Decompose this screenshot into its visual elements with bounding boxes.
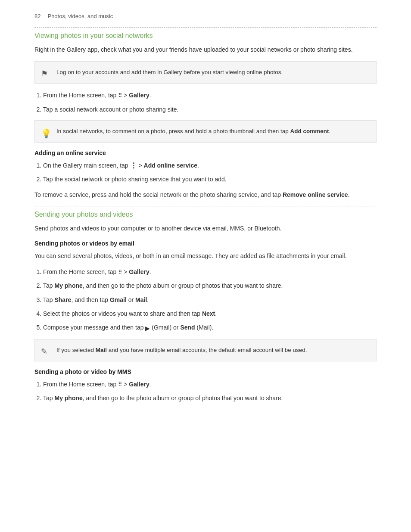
grid-icon: ⠿: [118, 268, 122, 277]
share-label: Share: [54, 296, 71, 303]
gallery-label: Gallery: [129, 92, 149, 99]
section1-note-box: ⚑ Log on to your accounts and add them i…: [34, 61, 377, 84]
list-item: Select the photos or videos you want to …: [43, 309, 377, 318]
list-item: Compose your message and then tap ▶ (Gma…: [43, 323, 377, 333]
list-item: Tap a social network account or photo sh…: [43, 105, 377, 114]
subsection-mms-title: Sending a photo or video by MMS: [34, 368, 377, 375]
subsection-email: Sending photos or videos by email You ca…: [34, 240, 377, 361]
list-item: From the Home screen, tap ⠿ > Gallery.: [43, 380, 377, 389]
page-label: Photos, videos, and music: [47, 13, 113, 19]
email-steps-list: From the Home screen, tap ⠿ > Gallery. T…: [43, 267, 377, 333]
list-item: From the Home screen, tap ⠿ > Gallery.: [43, 267, 377, 277]
add-online-service-label: Add online service: [144, 162, 197, 169]
next-label: Next: [202, 310, 215, 317]
page-number: 82: [34, 13, 40, 19]
lightbulb-icon: 💡: [41, 127, 52, 140]
section1-intro: Right in the Gallery app, check what you…: [34, 45, 377, 54]
section1-note-text: Log on to your accounts and add them in …: [56, 69, 283, 75]
section2-intro: Send photos and videos to your computer …: [34, 224, 377, 233]
list-item: Tap the social network or photo sharing …: [43, 174, 377, 184]
list-item: On the Gallery main screen, tap ⋮ > Add …: [43, 161, 377, 170]
pencil-icon: ✎: [41, 345, 47, 358]
section1-tip-box: 💡 In social networks, to comment on a ph…: [34, 120, 377, 143]
email-note-text: If you selected Mail and you have multip…: [56, 347, 307, 353]
grid-icon: ⠿: [118, 380, 122, 389]
grid-icon: ⠿: [118, 91, 122, 100]
list-item: Tap My phone, and then go to the photo a…: [43, 393, 377, 403]
subsection-mms: Sending a photo or video by MMS From the…: [34, 368, 377, 403]
gallery-label2: Gallery: [129, 268, 149, 275]
page-header: 82 Photos, videos, and music: [34, 13, 377, 19]
flag-icon: ⚑: [41, 68, 48, 80]
remove-online-service-label: Remove online service: [283, 191, 348, 198]
subsection-adding-title: Adding an online service: [34, 149, 377, 156]
remove-service-text: To remove a service, press and hold the …: [34, 190, 377, 199]
section1-title: Viewing photos in your social networks: [34, 32, 377, 40]
adding-service-steps: On the Gallery main screen, tap ⋮ > Add …: [43, 161, 377, 184]
list-item: From the Home screen, tap ⠿ > Gallery.: [43, 90, 377, 100]
section2-divider: [34, 206, 377, 206]
my-phone-label2: My phone: [54, 395, 82, 401]
section1-divider: [34, 27, 377, 28]
section1-steps-list: From the Home screen, tap ⠿ > Gallery. T…: [43, 90, 377, 114]
menu-dots-icon: ⋮: [130, 162, 137, 169]
send-arrow-icon: ▶: [145, 324, 150, 333]
send-label: Send: [180, 324, 195, 331]
email-body-text: You can send several photos, videos, or …: [34, 251, 377, 261]
mail-label2: Mail: [96, 347, 107, 353]
section1-tip-text: In social networks, to comment on a phot…: [56, 128, 330, 134]
email-note-box: ✎ If you selected Mail and you have mult…: [34, 339, 377, 361]
subsection-adding-online-service: Adding an online service On the Gallery …: [34, 149, 377, 200]
subsection-email-title: Sending photos or videos by email: [34, 240, 377, 247]
page-container: 82 Photos, videos, and music Viewing pho…: [0, 0, 411, 426]
gallery-label3: Gallery: [129, 381, 149, 388]
list-item: Tap My phone, and then go to the photo a…: [43, 281, 377, 290]
mail-label: Mail: [135, 296, 147, 303]
mms-steps-list: From the Home screen, tap ⠿ > Gallery. T…: [43, 380, 377, 403]
gmail-label: Gmail: [110, 296, 127, 303]
section2-title: Sending your photos and videos: [34, 211, 377, 218]
list-item: Tap Share, and then tap Gmail or Mail.: [43, 295, 377, 305]
my-phone-label: My phone: [54, 282, 82, 289]
add-comment-label: Add comment: [290, 128, 329, 134]
